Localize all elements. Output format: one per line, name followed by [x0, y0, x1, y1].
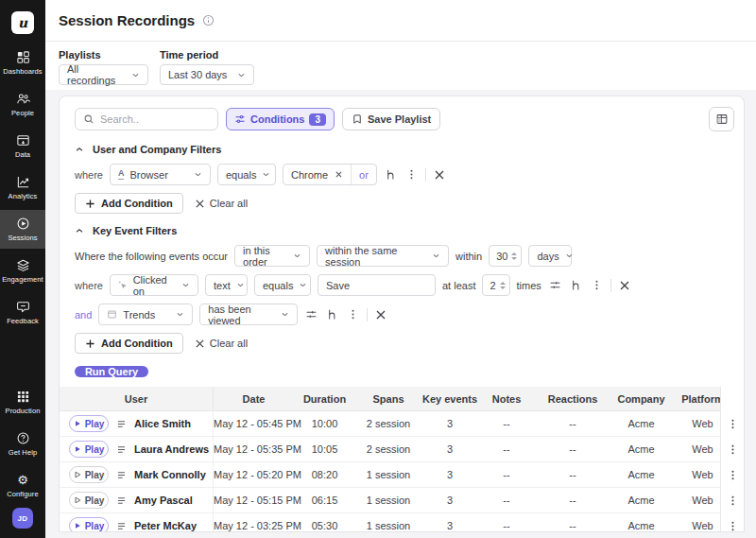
user-name: Peter McKay	[134, 520, 197, 531]
sidebar-item-feedback[interactable]: Feedback	[0, 293, 45, 332]
column-header: Duration	[294, 393, 355, 405]
sidebar-item-configure[interactable]: ⚙ Configure	[0, 466, 45, 505]
sidebar-item-engagement[interactable]: Engagement	[0, 252, 45, 290]
refine-filter-icon[interactable]	[548, 278, 562, 292]
key-event-filters-header[interactable]: Key Event Filters	[75, 225, 729, 236]
or-connector-button[interactable]: or	[351, 165, 376, 184]
field-select[interactable]: A Browser	[110, 164, 211, 185]
more-options-icon[interactable]	[346, 307, 360, 321]
chevron-up-icon	[75, 226, 84, 235]
nest-condition-icon[interactable]	[384, 167, 398, 182]
app-logo[interactable]: u	[11, 11, 34, 34]
stepper-carets-icon[interactable]	[500, 282, 506, 289]
nest-condition-icon[interactable]	[569, 278, 583, 292]
close-icon	[195, 338, 205, 349]
table-row[interactable]: Play Mark Connolly May 12 - 05:20 PM 08:…	[60, 462, 744, 488]
play-button[interactable]: Play	[69, 492, 109, 509]
occurrence-prefix: Where the following events occur	[75, 251, 228, 262]
add-condition-button[interactable]: Add Condition	[75, 193, 183, 214]
order-select[interactable]: in this order	[234, 245, 310, 267]
sidebar-item-dashboards[interactable]: Dashboards	[0, 43, 45, 82]
duration-cell: 10:05	[294, 443, 355, 455]
scope-select[interactable]: within the same session	[317, 245, 449, 267]
play-button[interactable]: Play	[69, 517, 109, 532]
user-company-filters-section: User and Company Filters where A Browser…	[60, 141, 744, 222]
value-input[interactable]: Save	[318, 274, 436, 296]
operator-select[interactable]: equals	[254, 274, 311, 296]
value-input-text: Save	[326, 280, 350, 291]
row-menu-button[interactable]	[721, 462, 744, 488]
company-cell: Acme	[610, 469, 672, 480]
table-row[interactable]: Play Peter McKay May 12 - 03:25 PM 05:30…	[60, 513, 744, 532]
event-select[interactable]: Trends	[98, 304, 193, 325]
date-cell: May 12 - 03:25 PM	[214, 520, 294, 531]
add-condition-row: Add Condition Clear all	[75, 193, 729, 214]
analytics-icon	[16, 175, 30, 189]
chevron-down-icon	[176, 310, 184, 319]
user-name: Amy Pascal	[134, 495, 193, 506]
stepper-carets-icon[interactable]	[511, 252, 517, 260]
more-options-icon[interactable]	[590, 278, 604, 292]
property-select[interactable]: text	[205, 274, 248, 296]
row-menu-button[interactable]	[721, 411, 744, 437]
play-button[interactable]: Play	[69, 466, 109, 483]
column-header: Date	[214, 393, 294, 405]
sidebar-item-data[interactable]: Data	[0, 127, 45, 165]
within-value-stepper[interactable]: 30	[489, 245, 522, 267]
play-button[interactable]: Play	[69, 415, 109, 432]
remove-condition-icon[interactable]	[374, 308, 387, 321]
plus-icon	[85, 199, 95, 209]
playlists-select[interactable]: All recordings	[59, 64, 148, 85]
unit-select[interactable]: days	[528, 245, 572, 267]
remove-condition-icon[interactable]	[433, 168, 446, 182]
key-events-cell: 3	[421, 443, 478, 455]
time-period-select[interactable]: Last 30 days	[160, 64, 254, 85]
operator-select[interactable]: equals	[217, 164, 276, 185]
remove-condition-icon[interactable]	[618, 279, 631, 292]
recordings-table: UserDateDurationSpansKey eventsNotesReac…	[60, 387, 744, 532]
sidebar-item-sessions[interactable]: Sessions	[0, 210, 45, 249]
operator-select-value: equals	[226, 169, 256, 181]
more-options-icon[interactable]	[404, 167, 419, 182]
clear-all-button[interactable]: Clear all	[195, 338, 248, 349]
table-row[interactable]: Play Laura Andrews May 12 - 05:35 PM 10:…	[60, 437, 744, 462]
data-icon	[16, 133, 30, 148]
row-menu-button[interactable]	[721, 513, 744, 532]
user-company-filters-header[interactable]: User and Company Filters	[75, 144, 729, 155]
search-input[interactable]: Search..	[75, 108, 218, 130]
play-button[interactable]: Play	[69, 441, 109, 458]
conditions-button[interactable]: Conditions 3	[226, 108, 335, 130]
play-label: Play	[85, 444, 105, 455]
feedback-icon	[16, 300, 30, 314]
kebab-menu-icon	[727, 443, 739, 456]
column-header: Key events	[421, 393, 478, 405]
add-condition-button[interactable]: Add Condition	[75, 333, 183, 354]
sidebar-item-production[interactable]: Production	[0, 383, 45, 422]
sidebar-item-analytics[interactable]: Analytics	[0, 168, 45, 207]
date-cell: May 12 - 05:45 PM	[214, 418, 294, 429]
table-row[interactable]: Play Alice Smith May 12 - 05:45 PM 10:00…	[60, 411, 744, 437]
table-row[interactable]: Play Amy Pascal May 12 - 05:15 PM 06:15 …	[60, 488, 744, 513]
sidebar-item-people[interactable]: People	[0, 85, 45, 124]
event-select[interactable]: Clicked on	[110, 274, 198, 296]
row-menu-button[interactable]	[721, 488, 744, 513]
playlists-label: Playlists	[59, 49, 148, 61]
operator-select[interactable]: has been viewed	[199, 304, 298, 325]
clear-all-button[interactable]: Clear all	[195, 198, 248, 209]
info-icon[interactable]	[202, 14, 215, 26]
run-query-button[interactable]: Run Query	[75, 366, 148, 377]
table-columns-button[interactable]	[709, 107, 734, 131]
column-header: Spans	[355, 393, 421, 405]
refine-filter-icon[interactable]	[304, 307, 318, 321]
content-area: Search.. Conditions 3 Save Playlist	[45, 90, 756, 538]
remove-value-icon[interactable]	[335, 170, 343, 179]
notes-cell: --	[478, 443, 535, 455]
nest-condition-icon[interactable]	[325, 307, 339, 321]
row-menu-button[interactable]	[721, 437, 744, 462]
page-header: Session Recordings	[45, 0, 756, 42]
sidebar-item-get-help[interactable]: Get Help	[0, 425, 45, 463]
user-avatar[interactable]: JD	[12, 508, 33, 529]
engagement-icon	[16, 258, 30, 272]
save-playlist-button[interactable]: Save Playlist	[342, 108, 440, 130]
count-stepper[interactable]: 2	[482, 274, 509, 296]
